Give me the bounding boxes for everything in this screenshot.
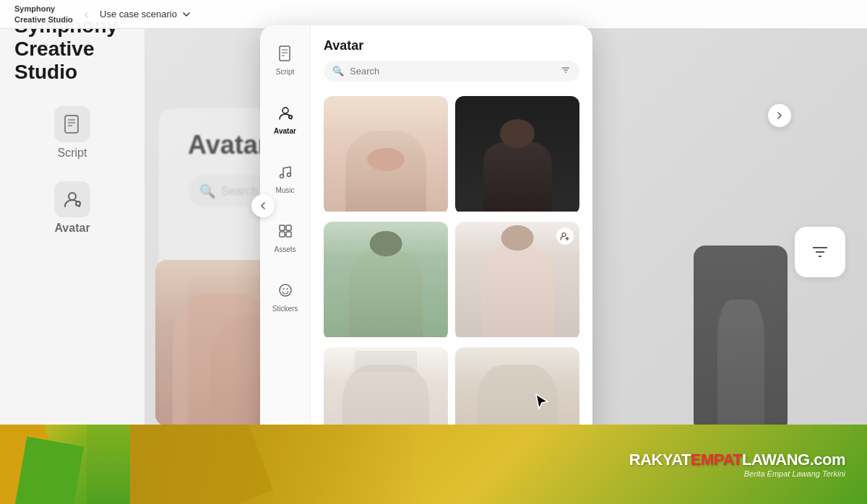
modal-nav-assets[interactable]: Assets — [264, 217, 306, 259]
svg-rect-11 — [280, 46, 290, 61]
bella-name: Bella in the bathroom — [324, 212, 448, 214]
music-nav-label: Music — [275, 186, 294, 194]
svg-rect-22 — [286, 225, 291, 230]
modal-header: Avatar 🔍 — [311, 25, 592, 89]
bg-nav-script[interactable]: Script — [54, 106, 90, 160]
ad-empat: EMPAT — [691, 451, 742, 469]
avatar-icon-bg — [54, 181, 90, 217]
svg-point-31 — [562, 233, 566, 237]
left-nav-chevron[interactable] — [251, 194, 275, 217]
avatar-card-marcus[interactable]: Marcus in the bedro... — [455, 96, 579, 214]
stickers-nav-label: Stickers — [272, 305, 298, 313]
avatar-card-malik[interactable]: Malik in the bathroom — [324, 222, 448, 340]
avatar-grid: Bella in the bathroom Marcus in the bedr… — [311, 89, 592, 473]
assets-nav-label: Assets — [274, 246, 296, 253]
ad-left-section — [0, 425, 130, 504]
svg-point-20 — [287, 173, 290, 177]
topbar-logo: Symphony Creative Studio — [14, 4, 73, 25]
chevron-down-icon — [181, 9, 191, 19]
ad-shape-2 — [14, 437, 84, 504]
modal-content: Avatar 🔍 B — [311, 25, 592, 473]
avatar-label-bg: Avatar — [54, 222, 90, 235]
bg-filter-button[interactable] — [795, 227, 845, 277]
music-icon — [277, 164, 293, 183]
script-label-bg: Script — [58, 147, 87, 160]
topbar-nav[interactable]: Use case scenario — [100, 9, 191, 19]
malik-name: Malik in the bathroom — [324, 337, 448, 340]
modal-search-icon: 🔍 — [332, 66, 344, 77]
modal-nav-stickers[interactable]: Stickers — [264, 277, 306, 318]
svg-rect-21 — [280, 225, 285, 230]
ad-brand-name: RAKYATEMPATLAWANG.com — [629, 451, 845, 469]
bg-search-text: Search — [221, 185, 258, 198]
modal-nav: Script Avatar — [260, 25, 311, 473]
assets-icon — [277, 223, 293, 243]
filter-icon[interactable] — [561, 65, 571, 77]
right-nav-chevron[interactable] — [768, 104, 791, 127]
topbar-divider: ‹ — [85, 8, 88, 21]
modal-nav-avatar[interactable]: Avatar — [264, 99, 306, 141]
ad-tagline: Berita Empat Lawang Terkini — [744, 469, 845, 478]
modal-nav-script[interactable]: Script — [264, 40, 306, 82]
ad-bar: RAKYATEMPATLAWANG.com Berita Empat Lawan… — [0, 425, 867, 504]
svg-rect-24 — [286, 232, 291, 237]
script-icon — [277, 45, 293, 65]
ad-tld: .com — [810, 451, 845, 469]
avatar-card-alex[interactable]: Alex in bathroom — [455, 222, 579, 340]
svg-point-19 — [280, 175, 283, 178]
avatar-icon — [277, 105, 293, 124]
svg-rect-0 — [65, 116, 78, 133]
ad-lawang: LAWANG — [742, 451, 810, 469]
svg-point-25 — [280, 284, 291, 296]
ad-rakyat: RAKYAT — [629, 451, 691, 469]
modal-nav-music[interactable]: Music — [264, 158, 306, 200]
svg-point-27 — [286, 288, 288, 290]
ad-right-section: RAKYATEMPATLAWANG.com Berita Empat Lawan… — [130, 425, 867, 504]
background-sidebar: Symphony Creative Studio Script Avatar — [0, 0, 144, 448]
modal-panel: Script Avatar — [260, 25, 592, 473]
marcus-name: Marcus in the bedro... — [455, 212, 579, 214]
stickers-icon — [277, 282, 293, 302]
bg-search-icon: 🔍 — [199, 183, 215, 199]
svg-point-15 — [282, 108, 288, 113]
modal-search-bar[interactable]: 🔍 — [324, 61, 579, 82]
modal-title: Avatar — [324, 38, 579, 53]
avatar-card-bella[interactable]: Bella in the bathroom — [324, 96, 448, 214]
topbar-nav-label: Use case scenario — [100, 9, 177, 19]
svg-point-26 — [282, 288, 284, 290]
right-partial-card — [694, 246, 788, 433]
bg-nav-avatar[interactable]: Avatar — [54, 181, 90, 235]
alex-name: Alex in bathroom — [455, 337, 579, 340]
svg-point-4 — [69, 193, 76, 200]
search-input[interactable] — [350, 66, 555, 77]
script-icon-bg — [54, 106, 90, 142]
script-nav-label: Script — [276, 68, 295, 76]
svg-rect-23 — [280, 232, 285, 237]
avatar-nav-label: Avatar — [274, 127, 296, 135]
add-person-icon[interactable] — [556, 227, 574, 245]
top-bar: Symphony Creative Studio ‹ Use case scen… — [0, 0, 867, 29]
ad-brand: RAKYATEMPATLAWANG.com Berita Empat Lawan… — [629, 451, 845, 478]
